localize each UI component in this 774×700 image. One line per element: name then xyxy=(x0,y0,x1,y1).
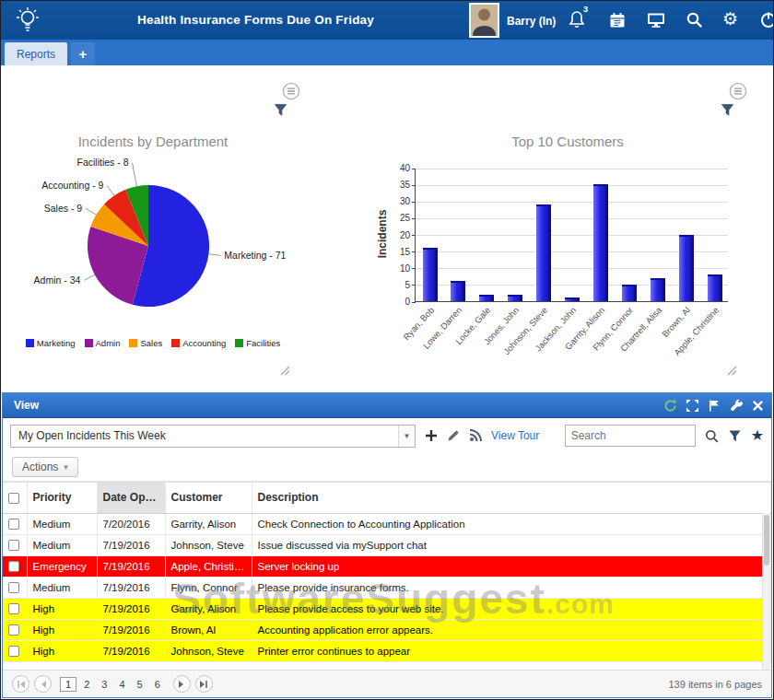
col-description[interactable]: Description xyxy=(252,483,771,514)
row-checkbox[interactable] xyxy=(8,603,19,614)
priority-cell: Medium xyxy=(27,535,97,556)
row-checkbox[interactable] xyxy=(8,646,19,657)
bar-chart-title: Top 10 Customers xyxy=(383,134,752,149)
priority-cell: Medium xyxy=(27,514,97,535)
customer-cell: Johnson, Steve xyxy=(165,535,252,556)
flag-icon[interactable] xyxy=(708,399,721,413)
user-label[interactable]: Barry (In) xyxy=(507,15,556,28)
view-tour-link[interactable]: View Tour xyxy=(491,429,539,442)
y-tick xyxy=(412,169,416,169)
table-row[interactable]: High7/19/2016Johnson, StevePrinter error… xyxy=(3,641,771,662)
row-checkbox[interactable] xyxy=(8,561,19,572)
legend-swatch xyxy=(171,339,180,347)
caret-down-icon: ▾ xyxy=(64,462,68,472)
table-header-row: Priority Date Opened▾ Customer Descripti… xyxy=(3,483,771,514)
pie-label: Accounting - 9 xyxy=(41,180,103,191)
filter-funnel-icon[interactable] xyxy=(728,429,742,443)
last-page-button[interactable] xyxy=(195,675,213,693)
refresh-icon[interactable] xyxy=(663,399,677,413)
select-all-checkbox[interactable] xyxy=(8,493,19,504)
pie-label-line xyxy=(133,163,137,187)
checkbox-cell xyxy=(3,535,27,556)
search-icon[interactable] xyxy=(705,429,719,443)
y-tick-label: 20 xyxy=(385,230,410,240)
col-priority[interactable]: Priority xyxy=(27,483,97,514)
header-search-icon[interactable] xyxy=(686,11,703,32)
row-checkbox[interactable] xyxy=(8,624,19,636)
widget-menu-icon[interactable] xyxy=(282,82,300,104)
table-row[interactable]: Medium7/20/2016Garrity, AlisonCheck Conn… xyxy=(3,514,771,535)
y-tick-label: 25 xyxy=(385,213,410,223)
date-opened-cell: 7/20/2016 xyxy=(97,514,165,535)
customer-cell: Garrity, Alison xyxy=(165,599,252,620)
edit-pencil-icon[interactable] xyxy=(447,429,460,442)
scrollbar-thumb[interactable] xyxy=(764,515,769,566)
view-selector-dropdown[interactable]: My Open Incidents This Week ▼ xyxy=(10,425,416,448)
table-row[interactable]: High7/19/2016Garrity, AlisonPlease provi… xyxy=(3,599,771,620)
lightbulb-icon[interactable] xyxy=(15,6,41,38)
add-tab-button[interactable]: + xyxy=(71,42,95,65)
app-header: Health Insurance Forms Due On Friday Bar… xyxy=(1,1,773,40)
power-icon[interactable] xyxy=(760,11,774,32)
monitor-icon[interactable] xyxy=(647,12,665,32)
legend-label: Admin xyxy=(96,338,121,348)
page-button-1[interactable]: 1 xyxy=(60,677,76,692)
page-button-5[interactable]: 5 xyxy=(133,678,147,691)
description-cell: Please provide insurance forms. xyxy=(252,578,771,599)
table-scrollbar[interactable] xyxy=(762,513,770,670)
table-row[interactable]: Medium7/19/2016Johnson, SteveIssue discu… xyxy=(3,535,771,556)
legend-label: Marketing xyxy=(37,338,76,348)
page-button-3[interactable]: 3 xyxy=(97,678,111,691)
filter-funnel-icon[interactable] xyxy=(274,103,287,121)
favorite-star-icon[interactable]: ★ xyxy=(751,428,764,443)
page-button-6[interactable]: 6 xyxy=(150,678,165,691)
prev-page-button[interactable] xyxy=(34,675,52,693)
dropdown-caret-icon[interactable]: ▼ xyxy=(398,426,415,447)
tab-reports[interactable]: Reports xyxy=(5,42,67,65)
col-date-opened[interactable]: Date Opened▾ xyxy=(97,483,165,514)
customer-cell: Apple, Christine xyxy=(165,556,252,578)
row-checkbox[interactable] xyxy=(8,582,19,593)
checkbox-cell xyxy=(3,599,27,620)
bar-chartrell-alisa xyxy=(651,278,665,301)
row-checkbox[interactable] xyxy=(8,519,19,530)
resize-handle[interactable] xyxy=(280,363,290,379)
gridline xyxy=(416,202,728,203)
col-priority-label: Priority xyxy=(33,491,72,504)
resize-handle[interactable] xyxy=(727,363,737,379)
legend-label: Sales xyxy=(140,338,162,348)
bar-brown-al xyxy=(679,235,694,302)
avatar[interactable] xyxy=(469,3,499,38)
col-customer[interactable]: Customer xyxy=(165,483,252,514)
next-page-button[interactable] xyxy=(173,675,191,693)
widget-menu-icon[interactable] xyxy=(729,82,747,104)
bar-plot: Incidents 0510152025303540Ryan, BobLowe,… xyxy=(415,169,728,302)
pagination-summary: 139 items in 6 pages xyxy=(668,679,762,690)
page-button-4[interactable]: 4 xyxy=(114,678,129,691)
table-row[interactable]: High7/19/2016Brown, AlAccounting applica… xyxy=(3,620,771,641)
add-icon[interactable] xyxy=(425,429,438,442)
close-icon[interactable] xyxy=(752,400,764,412)
row-checkbox[interactable] xyxy=(8,540,19,551)
date-opened-cell: 7/19/2016 xyxy=(97,556,165,578)
legend-label: Accounting xyxy=(182,338,226,348)
bar-garrity-alison xyxy=(593,184,608,301)
table-row[interactable]: Medium7/19/2016Flynn, ConnorPlease provi… xyxy=(3,578,771,599)
legend-swatch xyxy=(85,339,93,347)
y-tick xyxy=(412,302,416,303)
calendar-icon[interactable] xyxy=(609,12,626,32)
expand-icon[interactable] xyxy=(686,399,699,413)
settings-gear-icon[interactable]: ⚙ xyxy=(722,8,738,30)
pie-label-line xyxy=(84,274,94,280)
actions-button[interactable]: Actions ▾ xyxy=(12,457,78,477)
description-cell: Check Connection to Accounting Applicati… xyxy=(252,514,771,535)
description-cell: Please provide access to your web site. xyxy=(252,599,771,620)
table-row[interactable]: Emergency7/19/2016Apple, ChristineServer… xyxy=(3,556,771,578)
search-input[interactable] xyxy=(565,425,696,447)
page-button-2[interactable]: 2 xyxy=(79,678,94,691)
dashboard-charts: Incidents by Department Marketing - 71Ad… xyxy=(1,65,773,392)
wrench-icon[interactable] xyxy=(730,399,744,413)
rss-feed-icon[interactable] xyxy=(469,429,482,442)
filter-funnel-icon[interactable] xyxy=(721,103,734,121)
first-page-button[interactable] xyxy=(12,675,29,693)
